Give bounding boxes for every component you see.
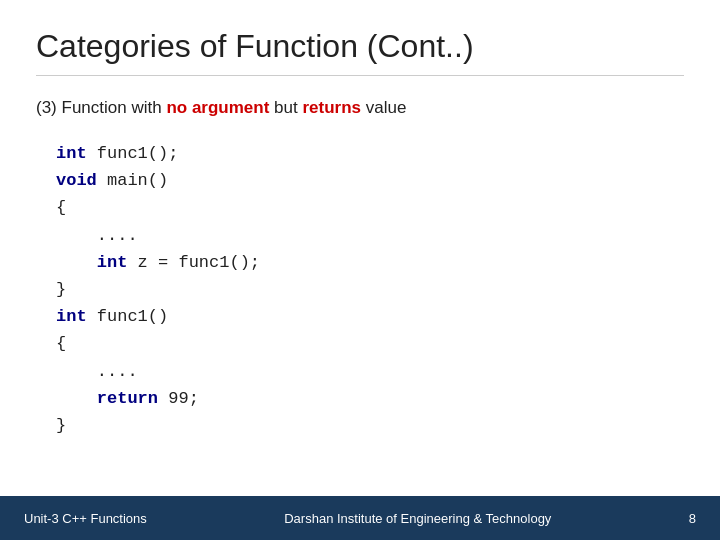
code-line-3: {: [56, 194, 684, 221]
code-text-5: z = func1();: [127, 253, 260, 272]
code-text-3: {: [56, 198, 66, 217]
main-content: Categories of Function (Cont..) (3) Func…: [0, 0, 720, 496]
subtitle: (3) Function with no argument but return…: [36, 98, 684, 118]
keyword-void: void: [56, 171, 97, 190]
code-text-1: func1();: [87, 144, 179, 163]
code-indent-5: [56, 253, 97, 272]
subtitle-middle: but: [269, 98, 302, 117]
code-text-11: }: [56, 416, 66, 435]
code-text-10: 99;: [158, 389, 199, 408]
subtitle-suffix: value: [361, 98, 406, 117]
code-block: int func1(); void main() { .... int z = …: [36, 140, 684, 439]
footer: Unit-3 C++ Functions Darshan Institute o…: [0, 496, 720, 540]
code-text-7: func1(): [87, 307, 169, 326]
subtitle-highlight2: returns: [302, 98, 361, 117]
code-text-2: main(): [97, 171, 168, 190]
code-line-8: {: [56, 330, 684, 357]
slide-container: Categories of Function (Cont..) (3) Func…: [0, 0, 720, 540]
code-line-1: int func1();: [56, 140, 684, 167]
code-line-4: ....: [56, 222, 684, 249]
code-text-8: {: [56, 334, 66, 353]
keyword-return: return: [97, 389, 158, 408]
code-indent-10: [56, 389, 97, 408]
footer-right: 8: [689, 511, 696, 526]
code-line-7: int func1(): [56, 303, 684, 330]
title-divider: [36, 75, 684, 76]
code-line-2: void main(): [56, 167, 684, 194]
code-line-11: }: [56, 412, 684, 439]
code-line-5: int z = func1();: [56, 249, 684, 276]
code-text-4: ....: [56, 226, 138, 245]
subtitle-prefix: (3) Function with: [36, 98, 166, 117]
code-text-6: }: [56, 280, 66, 299]
keyword-int-2: int: [97, 253, 128, 272]
subtitle-highlight1: no argument: [166, 98, 269, 117]
slide-title: Categories of Function (Cont..): [36, 28, 684, 65]
code-text-9: ....: [56, 362, 138, 381]
code-line-6: }: [56, 276, 684, 303]
code-line-10: return 99;: [56, 385, 684, 412]
code-line-9: ....: [56, 358, 684, 385]
keyword-int-3: int: [56, 307, 87, 326]
footer-left: Unit-3 C++ Functions: [24, 511, 147, 526]
footer-center: Darshan Institute of Engineering & Techn…: [284, 511, 551, 526]
keyword-int-1: int: [56, 144, 87, 163]
